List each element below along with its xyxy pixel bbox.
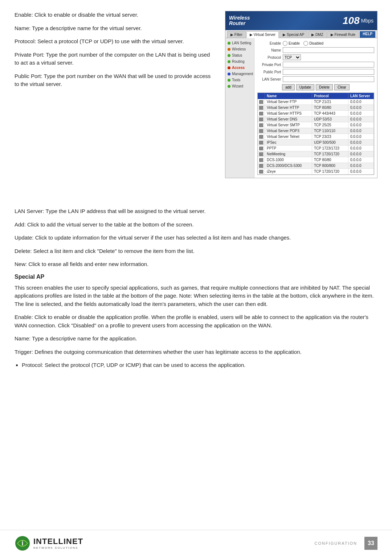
public-port-label: Public Port xyxy=(257,70,283,74)
tab-filter[interactable]: ▶ Filter xyxy=(227,31,246,38)
row-protocol: TCP 23/23 xyxy=(312,134,348,139)
table-row[interactable]: PPTP TCP 1723/1723 0.0.0.0 xyxy=(258,146,374,151)
table-row[interactable]: Virtual Server POP3 TCP 110/110 0.0.0.0 xyxy=(258,128,374,134)
special-ap-para2: Enable: Click to enable or disable the a… xyxy=(15,313,377,330)
row-protocol: TCP 443/443 xyxy=(312,111,348,116)
row-lan: 0.0.0.0 xyxy=(348,105,374,110)
table-row[interactable]: Virtual Server SMTP TCP 25/25 0.0.0.0 xyxy=(258,122,374,128)
sidebar-item-status[interactable]: Status xyxy=(225,52,254,58)
lan-server-row: LAN Server xyxy=(257,76,374,82)
row-checkbox[interactable] xyxy=(258,163,265,168)
logo-brand: INTELLINET xyxy=(33,537,83,546)
row-checkbox[interactable] xyxy=(258,157,265,163)
sidebar-item-tools[interactable]: Tools xyxy=(225,77,254,83)
radio-disabled[interactable] xyxy=(303,41,308,46)
row-name: Virtual Server DNS xyxy=(265,116,312,122)
row-checkbox[interactable] xyxy=(258,134,265,139)
router-panel: Wireless Router 108 Mbps ▶ Filter ▶ Virt… xyxy=(225,11,377,178)
para9: Delete: Select a list item and click "De… xyxy=(15,247,377,255)
row-checkbox[interactable] xyxy=(258,151,265,157)
row-checkbox[interactable] xyxy=(258,111,265,116)
radio-enable[interactable] xyxy=(283,41,287,46)
table-row[interactable]: iZeye TCP 1720/1720 0.0.0.0 xyxy=(258,169,374,175)
update-button[interactable]: Update xyxy=(296,84,314,90)
row-lan: 0.0.0.0 xyxy=(348,140,374,145)
tab-virtual-server[interactable]: ▶ Virtual Server xyxy=(246,31,279,38)
footer-page-number: 33 xyxy=(364,537,377,550)
add-button[interactable]: add xyxy=(282,84,295,90)
row-checkbox[interactable] xyxy=(258,122,265,128)
table-row[interactable]: Virtual Server DNS UDP 53/53 0.0.0.0 xyxy=(258,116,374,122)
section-special-ap-heading: Special AP xyxy=(15,274,377,280)
table-row[interactable]: Virtual Server HTTPS TCP 443/443 0.0.0.0 xyxy=(258,111,374,116)
tab-dmz[interactable]: ▶ DMZ xyxy=(308,31,326,38)
table-row[interactable]: NetMeeting TCP 1720/1720 0.0.0.0 xyxy=(258,151,374,157)
row-name: DCS-1000 xyxy=(265,157,312,163)
private-port-input[interactable] xyxy=(283,62,374,68)
sidebar-item-management[interactable]: Management xyxy=(225,71,254,77)
para8: Update: Click to update information for … xyxy=(15,234,377,242)
table-row[interactable]: IPSec UDP 500/500 0.0.0.0 xyxy=(258,140,374,146)
row-name: iZeye xyxy=(265,169,312,174)
sidebar-dot xyxy=(228,60,230,63)
tab-special-ap[interactable]: ▶ Special AP xyxy=(279,31,307,38)
table-row[interactable]: DCS-1000 TCP 80/80 0.0.0.0 xyxy=(258,157,374,163)
sidebar-dot xyxy=(228,42,230,45)
name-row: Name xyxy=(257,47,374,53)
row-protocol: TCP 1720/1720 xyxy=(312,169,348,174)
row-name: Virtual Server POP3 xyxy=(265,128,312,134)
para1: Enable: Click to enable or disable the v… xyxy=(15,11,214,19)
para4: Private Port: Type the port number of th… xyxy=(15,51,214,67)
protocol-row: Protocol TCP UDP xyxy=(257,54,374,60)
row-protocol: TCP 1720/1720 xyxy=(312,151,348,157)
name-input[interactable] xyxy=(283,47,374,53)
protocol-select[interactable]: TCP UDP xyxy=(283,54,301,60)
tab-firewall-rule[interactable]: ▶ Firewall Rule xyxy=(327,31,359,38)
row-checkbox[interactable] xyxy=(258,128,265,134)
row-lan: 0.0.0.0 xyxy=(348,111,374,116)
help-button[interactable]: HELP xyxy=(360,31,375,38)
row-checkbox[interactable] xyxy=(258,146,265,151)
row-protocol: UDP 500/500 xyxy=(312,140,348,145)
public-port-row: Public Port xyxy=(257,69,374,75)
svg-text:i: i xyxy=(21,540,23,547)
router-brand: Wireless Router xyxy=(229,15,250,26)
row-name: Virtual Server HTTPS xyxy=(265,111,312,116)
sidebar-item-routing[interactable]: Routing xyxy=(225,58,254,65)
table-row[interactable]: Virtual Server HTTP TCP 80/80 0.0.0.0 xyxy=(258,105,374,111)
lan-server-input[interactable] xyxy=(283,76,374,82)
clear-button[interactable]: Clear xyxy=(334,84,350,90)
enable-radio-enable[interactable]: Enable xyxy=(283,41,300,46)
lan-server-label: LAN Server xyxy=(257,77,283,81)
special-ap-para4: Trigger: Defines the outgoing communicat… xyxy=(15,348,377,356)
public-port-input[interactable] xyxy=(283,69,374,75)
intellinet-logo-icon: i xyxy=(15,535,30,551)
table-row[interactable]: Virtual Server FTP TCP 21/21 0.0.0.0 xyxy=(258,99,374,105)
enable-radio-disabled[interactable]: Disabled xyxy=(303,41,323,46)
row-checkbox[interactable] xyxy=(258,116,265,122)
row-name: PPTP xyxy=(265,146,312,151)
row-lan: 0.0.0.0 xyxy=(348,163,374,168)
table-row[interactable]: Virtual Server Telnet TCP 23/23 0.0.0.0 xyxy=(258,134,374,140)
sidebar-item-wizard[interactable]: Wizard xyxy=(225,83,254,89)
sidebar-item-access[interactable]: Access xyxy=(225,65,254,71)
row-lan: 0.0.0.0 xyxy=(348,122,374,128)
row-checkbox[interactable] xyxy=(258,169,265,174)
table-row[interactable]: DCS-2000/DCS-5300 TCP 800/800 0.0.0.0 xyxy=(258,163,374,169)
enable-label: Enable xyxy=(257,41,283,45)
sidebar-item-wireless[interactable]: Wireless xyxy=(225,46,254,52)
sidebar-dot xyxy=(228,79,230,82)
router-speed: 108 xyxy=(343,15,360,26)
row-checkbox[interactable] xyxy=(258,105,265,110)
footer-logo: i INTELLINET NETWORK SOLUTIONS xyxy=(15,535,83,551)
name-label: Name xyxy=(257,48,283,52)
delete-button[interactable]: Delete xyxy=(316,84,333,90)
row-name: IPSec xyxy=(265,140,312,145)
row-checkbox[interactable] xyxy=(258,140,265,145)
sidebar-dot xyxy=(228,85,230,88)
row-name: DCS-2000/DCS-5300 xyxy=(265,163,312,168)
sidebar-item-lan-setting[interactable]: LAN Setting xyxy=(225,40,254,46)
row-checkbox[interactable] xyxy=(258,99,265,105)
router-header: Wireless Router 108 Mbps xyxy=(225,11,377,30)
sidebar-dot xyxy=(228,73,230,75)
